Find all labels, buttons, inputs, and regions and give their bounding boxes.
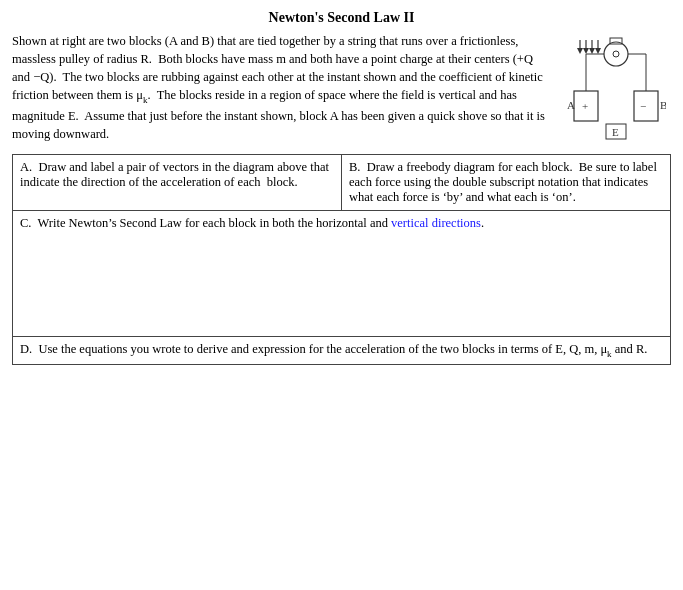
b-label: B. (349, 160, 360, 174)
row-c: C. Write Newton’s Second Law for each bl… (13, 211, 671, 337)
svg-text:A: A (567, 99, 575, 111)
question-table: A. Draw and label a pair of vectors in t… (12, 154, 671, 365)
c-label: C. (20, 216, 31, 230)
svg-marker-6 (583, 48, 589, 54)
b-text: Draw a freebody diagram for each block. … (349, 160, 657, 204)
d-label: D. (20, 342, 32, 356)
svg-text:−: − (640, 100, 646, 112)
c-text: Write Newton’s Second Law for each block… (38, 216, 485, 230)
row-d: D. Use the equations you wrote to derive… (13, 337, 671, 365)
diagram-area: A B + − E (561, 32, 671, 146)
cell-a: A. Draw and label a pair of vectors in t… (13, 155, 342, 211)
intro-paragraph: Shown at right are two blocks (A and B) … (12, 32, 551, 146)
cell-c: C. Write Newton’s Second Law for each bl… (13, 211, 671, 337)
svg-text:E: E (612, 126, 619, 138)
a-label: A. (20, 160, 32, 174)
svg-marker-4 (577, 48, 583, 54)
a-text: Draw and label a pair of vectors in the … (20, 160, 329, 189)
svg-point-0 (604, 42, 628, 66)
page-title: Newton's Second Law II (12, 10, 671, 26)
svg-point-1 (613, 51, 619, 57)
svg-text:+: + (582, 100, 588, 112)
d-text: Use the equations you wrote to derive an… (38, 342, 647, 356)
svg-marker-8 (589, 48, 595, 54)
cell-d: D. Use the equations you wrote to derive… (13, 337, 671, 365)
svg-marker-10 (595, 48, 601, 54)
svg-text:B: B (660, 99, 666, 111)
cell-b: B. Draw a freebody diagram for each bloc… (342, 155, 671, 211)
row-ab: A. Draw and label a pair of vectors in t… (13, 155, 671, 211)
